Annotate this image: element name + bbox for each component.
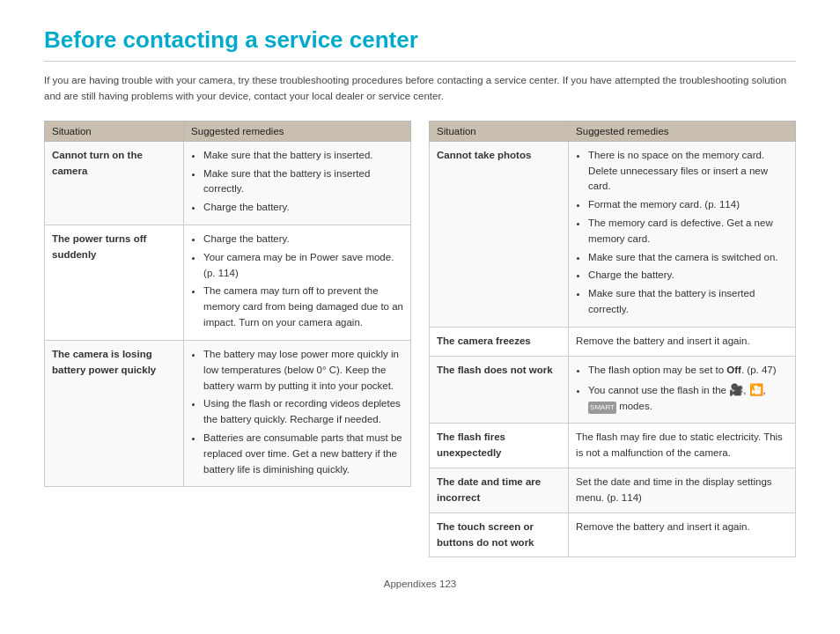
remedy-item: Charge the battery. bbox=[588, 268, 788, 284]
remedy-item: Batteries are consumable parts that must… bbox=[203, 431, 403, 477]
right-situation-cell: The date and time are incorrect bbox=[430, 468, 569, 513]
right-situation-cell: The touch screen or buttons do not work bbox=[430, 512, 569, 557]
remedy-item: The flash option may be set to Off. (p. … bbox=[588, 363, 788, 379]
left-table-container: Situation Suggested remedies Cannot turn… bbox=[44, 121, 411, 488]
remedy-item: Charge the battery. bbox=[203, 232, 403, 247]
remedy-item: Format the memory card. (p. 114) bbox=[588, 197, 788, 213]
remedy-item: Make sure that the battery is inserted c… bbox=[203, 166, 403, 198]
intro-text: If you are having trouble with your came… bbox=[44, 72, 796, 105]
left-situation-cell: The camera is losing battery power quick… bbox=[45, 340, 184, 487]
left-remedies-cell: Charge the battery.Your camera may be in… bbox=[184, 225, 411, 341]
tables-wrapper: Situation Suggested remedies Cannot turn… bbox=[44, 121, 796, 558]
left-col1-header: Situation bbox=[45, 121, 184, 141]
page-title: Before contacting a service center bbox=[44, 26, 796, 62]
right-remedies-cell: The flash option may be set to Off. (p. … bbox=[569, 356, 796, 424]
remedy-item: Using the flash or recording videos depl… bbox=[203, 396, 403, 428]
remedy-item: The camera may turn off to prevent the m… bbox=[203, 284, 403, 330]
left-situation-cell: The power turns off suddenly bbox=[45, 225, 184, 341]
right-situation-cell: The camera freezes bbox=[430, 327, 569, 356]
remedy-item: Make sure that the camera is switched on… bbox=[588, 250, 788, 266]
left-table: Situation Suggested remedies Cannot turn… bbox=[44, 121, 411, 488]
right-situation-cell: The flash does not work bbox=[430, 356, 569, 424]
remedy-item: There is no space on the memory card. De… bbox=[588, 148, 788, 195]
left-remedies-cell: The battery may lose power more quickly … bbox=[184, 340, 411, 487]
right-remedies-cell: There is no space on the memory card. De… bbox=[569, 141, 796, 327]
right-col2-header: Suggested remedies bbox=[569, 121, 796, 141]
remedy-item: You cannot use the flash in the 🎥, 🎦, SM… bbox=[588, 381, 788, 415]
right-table-container: Situation Suggested remedies Cannot take… bbox=[429, 121, 796, 558]
right-remedies-cell: Set the date and time in the display set… bbox=[569, 468, 796, 513]
right-remedies-cell: Remove the battery and insert it again. bbox=[569, 512, 796, 557]
remedy-item: Make sure that the battery is inserted. bbox=[203, 148, 403, 164]
remedy-item: The battery may lose power more quickly … bbox=[203, 347, 403, 394]
remedy-item: The memory card is defective. Get a new … bbox=[588, 216, 788, 247]
right-remedies-cell: The flash may fire due to static electri… bbox=[569, 424, 796, 468]
left-situation-cell: Cannot turn on the camera bbox=[45, 141, 184, 225]
right-situation-cell: Cannot take photos bbox=[430, 141, 569, 327]
right-col1-header: Situation bbox=[430, 121, 569, 141]
right-remedies-cell: Remove the battery and insert it again. bbox=[569, 327, 796, 356]
remedy-item: Make sure that the battery is inserted c… bbox=[588, 286, 788, 318]
left-remedies-cell: Make sure that the battery is inserted.M… bbox=[184, 141, 411, 225]
right-situation-cell: The flash fires unexpectedly bbox=[430, 424, 569, 468]
left-col2-header: Suggested remedies bbox=[184, 121, 411, 141]
remedy-item: Your camera may be in Power save mode. (… bbox=[203, 250, 403, 282]
remedy-item: Charge the battery. bbox=[203, 200, 403, 216]
right-table: Situation Suggested remedies Cannot take… bbox=[429, 121, 796, 558]
footer: Appendixes 123 bbox=[44, 579, 796, 589]
